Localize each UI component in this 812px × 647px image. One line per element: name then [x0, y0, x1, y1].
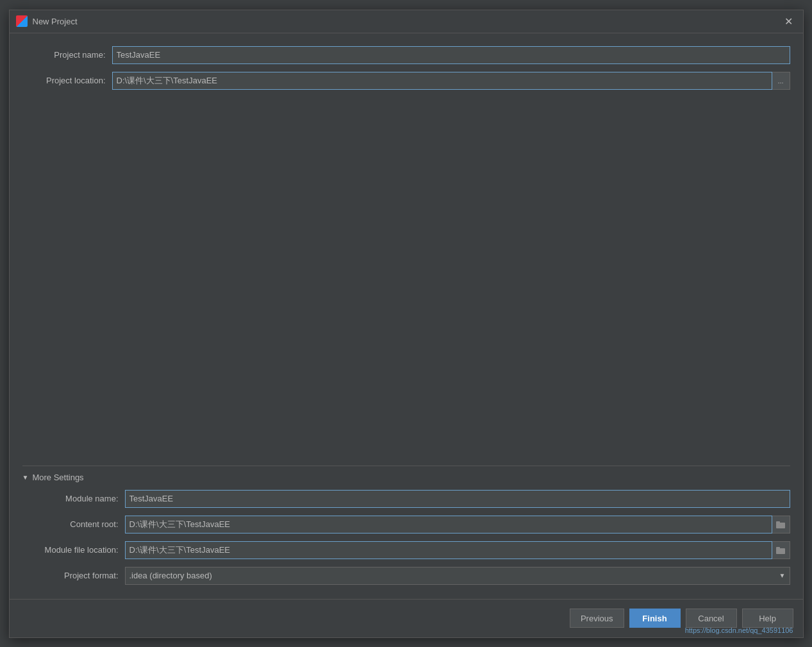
folder-icon — [776, 521, 785, 528]
dialog-title: New Project — [33, 17, 78, 26]
svg-rect-1 — [776, 521, 780, 524]
project-location-label: Project location: — [22, 76, 112, 85]
project-format-row: Project format: .idea (directory based) … — [35, 567, 790, 585]
project-location-input[interactable] — [112, 72, 772, 90]
content-root-field — [125, 516, 790, 534]
close-button[interactable]: ✕ — [781, 13, 797, 29]
module-file-location-input[interactable] — [125, 541, 772, 559]
project-location-browse-button[interactable]: ... — [772, 72, 790, 90]
app-logo-icon — [16, 15, 28, 27]
cancel-button[interactable]: Cancel — [686, 609, 737, 628]
finish-button[interactable]: Finish — [629, 609, 681, 628]
more-settings-section: ▼ More Settings Module name: Content roo… — [22, 466, 790, 592]
module-file-location-field — [125, 541, 790, 559]
folder-icon-2 — [776, 546, 785, 554]
title-bar: New Project ✕ — [10, 10, 803, 33]
project-location-field: ... — [112, 72, 790, 90]
dialog-content: Project name: Project location: ... ▼ Mo… — [10, 33, 803, 599]
module-file-location-row: Module file location: — [35, 541, 790, 559]
project-name-label: Project name: — [22, 50, 112, 60]
project-format-value: .idea (directory based) — [129, 571, 212, 580]
dropdown-arrow-icon: ▼ — [779, 572, 786, 579]
more-settings-body: Module name: Content root: — [22, 490, 790, 585]
help-button[interactable]: Help — [742, 609, 793, 628]
previous-button[interactable]: Previous — [570, 609, 624, 628]
content-root-input[interactable] — [125, 516, 772, 534]
more-settings-title: More Settings — [32, 473, 83, 482]
module-file-location-browse-button[interactable] — [772, 541, 790, 559]
project-name-row: Project name: — [22, 46, 790, 64]
project-format-dropdown[interactable]: .idea (directory based) ▼ — [125, 567, 790, 585]
content-root-row: Content root: — [35, 516, 790, 534]
svg-rect-3 — [776, 547, 780, 550]
more-settings-header[interactable]: ▼ More Settings — [22, 473, 790, 482]
module-name-label: Module name: — [35, 494, 125, 503]
content-spacer — [22, 97, 790, 459]
project-location-row: Project location: ... — [22, 72, 790, 90]
title-bar-left: New Project — [16, 15, 78, 27]
content-root-browse-button[interactable] — [772, 516, 790, 534]
collapse-arrow-icon: ▼ — [22, 474, 29, 481]
module-name-input[interactable] — [125, 490, 790, 508]
new-project-dialog: New Project ✕ Project name: Project loca… — [9, 10, 804, 638]
module-file-location-label: Module file location: — [35, 545, 125, 555]
project-format-label: Project format: — [35, 571, 125, 580]
project-name-input[interactable] — [112, 46, 790, 64]
footer-link[interactable]: https://blog.csdn.net/qq_43591106 — [685, 626, 793, 634]
dialog-footer: Previous Finish Cancel Help https://blog… — [10, 599, 803, 637]
content-root-label: Content root: — [35, 519, 125, 529]
module-name-row: Module name: — [35, 490, 790, 508]
